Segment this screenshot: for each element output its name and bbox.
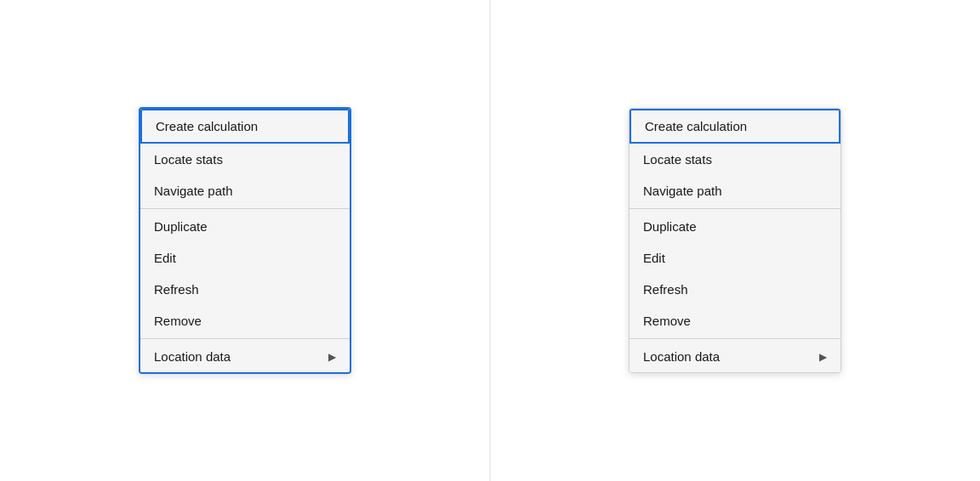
menu-item-label: Edit — [154, 251, 176, 265]
left-menu-item-location-data[interactable]: Location data ▶ — [140, 341, 350, 372]
left-menu-item-edit[interactable]: Edit — [140, 242, 350, 274]
right-menu-item-remove[interactable]: Remove — [630, 305, 840, 337]
left-menu-item-remove[interactable]: Remove — [140, 305, 350, 337]
right-separator-2 — [630, 338, 840, 339]
menu-item-label: Locate stats — [154, 152, 223, 167]
left-menu-item-refresh[interactable]: Refresh — [140, 274, 350, 305]
left-context-menu: Create calculation Locate stats Navigate… — [139, 107, 351, 374]
right-context-menu: Create calculation Locate stats Navigate… — [629, 108, 841, 373]
left-menu-item-locate-stats[interactable]: Locate stats — [140, 144, 350, 175]
menu-item-label: Create calculation — [645, 119, 747, 133]
submenu-chevron-icon: ▶ — [819, 351, 827, 363]
submenu-chevron-icon: ▶ — [328, 351, 336, 363]
left-separator-2 — [140, 338, 350, 339]
right-separator-1 — [630, 208, 840, 209]
right-menu-item-duplicate[interactable]: Duplicate — [630, 211, 840, 242]
menu-item-label: Remove — [643, 314, 691, 328]
right-menu-item-edit[interactable]: Edit — [630, 242, 840, 274]
right-menu-item-location-data[interactable]: Location data ▶ — [630, 341, 840, 372]
menu-item-label: Location data — [643, 349, 720, 364]
menu-item-label: Edit — [643, 251, 665, 265]
right-panel: Create calculation Locate stats Navigate… — [490, 0, 980, 481]
left-menu-item-duplicate[interactable]: Duplicate — [140, 211, 350, 242]
menu-item-label: Refresh — [154, 282, 199, 297]
menu-item-label: Duplicate — [643, 219, 697, 234]
menu-item-label: Duplicate — [154, 219, 208, 234]
right-menu-item-refresh[interactable]: Refresh — [630, 274, 840, 305]
left-separator-1 — [140, 208, 350, 209]
right-menu-item-locate-stats[interactable]: Locate stats — [630, 144, 840, 175]
menu-item-label: Create calculation — [156, 119, 258, 133]
left-menu-item-navigate-path[interactable]: Navigate path — [140, 175, 350, 207]
right-menu-item-create-calculation[interactable]: Create calculation — [630, 109, 840, 144]
menu-item-label: Navigate path — [154, 184, 233, 198]
right-menu-item-navigate-path[interactable]: Navigate path — [630, 175, 840, 207]
left-menu-item-create-calculation[interactable]: Create calculation — [140, 109, 350, 144]
menu-item-label: Location data — [154, 349, 231, 364]
menu-item-label: Locate stats — [643, 152, 712, 167]
panel-divider — [490, 0, 491, 481]
left-panel: Create calculation Locate stats Navigate… — [0, 0, 490, 481]
menu-item-label: Remove — [154, 314, 202, 328]
menu-item-label: Refresh — [643, 282, 688, 297]
menu-item-label: Navigate path — [643, 184, 722, 198]
